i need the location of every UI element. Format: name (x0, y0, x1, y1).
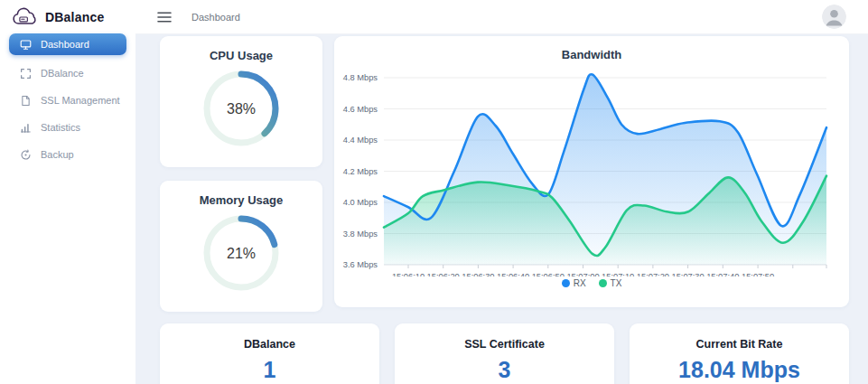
chart-legend: RXTX (334, 278, 849, 288)
legend-item-tx[interactable]: TX (599, 278, 622, 288)
top-bar: Dashboard (135, 0, 868, 34)
dbalance-stat-card: DBalance 1 (160, 323, 379, 384)
hamburger-menu-icon[interactable] (157, 11, 172, 23)
cpu-usage-gauge: 38% (200, 67, 283, 150)
cpu-usage-value: 38% (227, 101, 256, 117)
y-axis-label: 3.8 Mbps (343, 229, 378, 239)
y-axis-label: 4.0 Mbps (343, 198, 378, 207)
cpu-usage-title: CPU Usage (160, 36, 322, 62)
nodes-icon (20, 68, 32, 80)
legend-label: RX (574, 278, 586, 288)
legend-dot-icon (599, 279, 607, 287)
memory-usage-title: Memory Usage (160, 181, 322, 207)
x-axis-label: 15:06:50 (532, 272, 565, 276)
legend-label: TX (611, 278, 622, 288)
app-logo[interactable]: DBalance (0, 0, 135, 31)
sidebar-item-label: Statistics (41, 122, 80, 133)
sidebar-item-label: Backup (41, 149, 74, 160)
main-content: CPU Usage 38% Memory Usage (135, 34, 868, 384)
restore-icon (20, 149, 32, 161)
stat-title: Current Bit Rate (630, 323, 849, 351)
sidebar: DBalance Dashboard DBalance SSL Manageme… (0, 0, 135, 384)
sidebar-item-label: DBalance (41, 68, 84, 79)
x-axis-label: 15:06:30 (462, 272, 494, 276)
bandwidth-card: Bandwidth 4.8 Mbps4.6 Mbps4.4 Mbps4.2 Mb… (334, 36, 849, 307)
y-axis-label: 4.2 Mbps (343, 167, 378, 176)
current-bit-rate-stat-card: Current Bit Rate 18.04 Mbps (630, 323, 849, 384)
app-title: DBalance (45, 10, 104, 24)
bandwidth-chart-svg: 4.8 Mbps4.6 Mbps4.4 Mbps4.2 Mbps4.0 Mbps… (334, 64, 849, 276)
x-axis-label: 15:07:10 (602, 272, 634, 276)
stat-value: 3 (395, 357, 614, 383)
x-axis-label: 15:07:40 (706, 272, 739, 276)
cpu-usage-card: CPU Usage 38% (160, 36, 322, 167)
x-axis-label: 15:06:10 (392, 272, 425, 276)
memory-usage-gauge: 21% (200, 211, 283, 295)
stat-value: 1 (160, 357, 379, 383)
sidebar-item-statistics[interactable]: Statistics (0, 114, 135, 141)
stat-title: DBalance (160, 323, 379, 351)
x-axis-label: 15:07:20 (637, 272, 669, 276)
y-axis-label: 4.6 Mbps (343, 105, 378, 114)
sidebar-item-label: SSL Management (41, 95, 120, 106)
monitor-icon (20, 39, 32, 51)
person-icon (822, 5, 846, 29)
memory-usage-card: Memory Usage 21% (160, 181, 322, 312)
sidebar-item-label: Dashboard (41, 39, 89, 50)
sidebar-item-backup[interactable]: Backup (0, 141, 135, 168)
user-avatar[interactable] (822, 5, 846, 29)
bar-chart-icon (20, 122, 32, 134)
y-axis-label: 4.4 Mbps (343, 136, 378, 145)
sidebar-item-dbalance[interactable]: DBalance (0, 60, 135, 87)
ssl-certificate-stat-card: SSL Certificate 3 (395, 323, 614, 384)
bandwidth-chart-title: Bandwidth (334, 36, 849, 64)
sidebar-item-ssl-management[interactable]: SSL Management (0, 87, 135, 114)
bandwidth-chart[interactable]: 4.8 Mbps4.6 Mbps4.4 Mbps4.2 Mbps4.0 Mbps… (334, 64, 849, 276)
x-axis-label: 15:07:50 (742, 272, 774, 276)
file-icon (20, 95, 32, 107)
x-axis-label: 15:06:20 (427, 272, 460, 276)
memory-usage-value: 21% (227, 246, 256, 261)
breadcrumb: Dashboard (191, 12, 240, 23)
stat-title: SSL Certificate (395, 323, 614, 351)
y-axis-label: 4.8 Mbps (343, 73, 378, 82)
sidebar-item-dashboard[interactable]: Dashboard (9, 33, 126, 55)
stat-value: 18.04 Mbps (630, 357, 849, 383)
sidebar-menu: Dashboard DBalance SSL Management Statis… (0, 33, 135, 168)
legend-dot-icon (562, 279, 570, 287)
x-axis-label: 15:06:40 (497, 272, 529, 276)
x-axis-label: 15:07:00 (566, 272, 599, 276)
y-axis-label: 3.6 Mbps (343, 260, 378, 269)
cloud-logo-icon (11, 6, 40, 27)
legend-item-rx[interactable]: RX (562, 278, 586, 288)
x-axis-label: 15:07:30 (671, 272, 704, 276)
